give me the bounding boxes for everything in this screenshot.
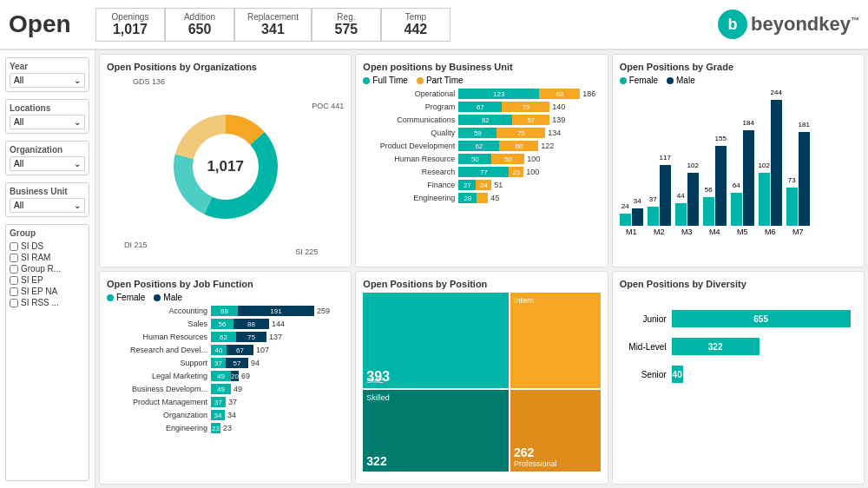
group-checkbox-item[interactable]: SI EP NA <box>10 287 85 296</box>
jf-row-label: Support <box>107 359 211 367</box>
jf-row-label: Legal Marketing <box>107 372 211 380</box>
jf-row-total: 37 <box>228 398 237 406</box>
male-bar <box>660 165 671 226</box>
group-checkbox-item[interactable]: SI DS <box>10 241 85 251</box>
diversity-bar-row: Junior 655 <box>620 310 857 327</box>
male-bar <box>632 208 643 226</box>
stat-box: Openings1,017 <box>95 8 165 42</box>
ft-bar: 62 <box>458 141 499 151</box>
diversity-row-label: Senior <box>620 370 672 379</box>
di-label: DI 215 <box>124 241 148 249</box>
jf-female-bar: 23 <box>211 423 220 433</box>
bu-select[interactable]: All⌄ <box>10 198 85 213</box>
male-label: Male <box>676 76 695 85</box>
sidebar: Year All⌄ Locations All⌄ Organization Al… <box>0 50 95 488</box>
jf-row-label: Organization <box>107 411 211 419</box>
pt-bar: 60 <box>499 141 538 151</box>
female-bar <box>759 173 770 226</box>
diversity-bar: 40 <box>672 366 683 383</box>
jf-bars: Accounting 68 191 259 Sales 56 88 144 Hu… <box>107 306 344 433</box>
bu-chart-card: Open positions by Business Unit Full Tim… <box>355 54 608 267</box>
locations-select[interactable]: All⌄ <box>10 115 85 129</box>
group-checkbox-item[interactable]: SI RSS ... <box>10 298 85 307</box>
jf-row-label: Product Management <box>107 398 211 406</box>
bu-row-label: Human Resource <box>363 155 458 163</box>
jf-female-bar: 56 <box>211 319 233 329</box>
diversity-chart-title: Open Positions by Diversity <box>620 279 857 289</box>
stat-box: Reg.575 <box>312 8 381 42</box>
donut-center: 1,017 <box>207 158 244 175</box>
group-checkbox-item[interactable]: SI RAM <box>10 253 85 262</box>
jf-legend-female: Female <box>107 293 145 302</box>
logo-icon: b <box>718 10 747 39</box>
org-filter[interactable]: Organization All⌄ <box>5 141 89 175</box>
jf-female-bar: 68 <box>211 306 238 316</box>
diversity-chart-card: Open Positions by Diversity Junior 655 M… <box>612 271 865 485</box>
male-bar <box>799 132 810 226</box>
male-bar <box>771 100 782 226</box>
grade-bars: 24 34 M1 37 117 M2 <box>620 89 857 236</box>
jf-row-total: 49 <box>233 385 242 393</box>
jf-male-bar: 88 <box>233 319 269 329</box>
ft-bar: 28 <box>458 193 477 203</box>
jf-male-bar: 20 <box>231 371 239 381</box>
stat-box: Addition650 <box>165 8 234 42</box>
org-select[interactable]: All⌄ <box>10 156 85 171</box>
jf-male-bar: 191 <box>238 306 314 316</box>
group-checkbox-item[interactable]: Group R... <box>10 264 85 274</box>
group-label: Group <box>10 228 85 238</box>
pt-bar: 24 <box>476 180 491 190</box>
ft-bar: 27 <box>458 180 476 190</box>
bu-row-total: 140 <box>552 102 565 111</box>
year-select[interactable]: All⌄ <box>10 73 85 88</box>
bu-row-label: Operational <box>363 89 458 98</box>
donut-segment <box>174 115 225 159</box>
bu-row-total: 100 <box>526 168 539 176</box>
female-bar <box>703 197 714 226</box>
jf-row-label: Business Developm... <box>107 385 211 393</box>
jf-legend: Female Male <box>107 293 344 302</box>
bu-row-total: 51 <box>494 181 503 189</box>
bu-bar-row: Human Resource 50 50 100 <box>363 154 600 164</box>
bu-label: Business Unit <box>10 187 85 196</box>
parttime-dot <box>417 77 424 84</box>
bu-row-label: Communications <box>363 115 458 124</box>
locations-label: Locations <box>10 103 85 113</box>
jf-bar-row: Legal Marketing 49 20 69 <box>107 371 344 381</box>
pt-bar: 63 <box>539 89 580 99</box>
grade-group: 24 34 M1 <box>620 208 643 236</box>
position-chart-card: Open Positions by Position SME 393 Inter… <box>355 271 608 485</box>
locations-filter[interactable]: Locations All⌄ <box>5 99 89 134</box>
jf-female-bar: 49 <box>211 384 231 394</box>
bu-row-label: Finance <box>363 181 458 189</box>
jf-female-dot <box>107 294 114 301</box>
content-grid: Open Positions by Organizations 1,017 GD… <box>95 50 868 488</box>
bu-row-total: 139 <box>552 115 565 124</box>
year-filter[interactable]: Year All⌄ <box>5 57 89 92</box>
bu-filter[interactable]: Business Unit All⌄ <box>5 182 89 217</box>
diversity-bar-row: Senior 40 <box>620 366 857 383</box>
pt-bar <box>477 193 488 203</box>
jf-female-bar: 62 <box>211 332 236 342</box>
diversity-bar: 322 <box>672 338 760 355</box>
female-bar <box>675 203 687 226</box>
jf-male-bar: 75 <box>236 332 266 342</box>
grade-x-label: M1 <box>626 228 637 236</box>
jf-row-label: Research and Devel... <box>107 346 211 354</box>
grade-legend: Female Male <box>620 76 857 85</box>
bu-row-label: Engineering <box>363 194 458 202</box>
jf-row-total: 144 <box>272 320 285 328</box>
group-checkbox-item[interactable]: SI EP <box>10 275 85 285</box>
male-bar <box>687 173 699 226</box>
jf-row-total: 94 <box>251 359 260 367</box>
jf-male-bar: 57 <box>226 358 248 368</box>
bu-row-label: Product Development <box>363 142 458 150</box>
grade-group: 44 102 M3 <box>675 173 699 236</box>
jf-row-label: Accounting <box>107 307 211 315</box>
jf-female-bar: 40 <box>211 345 227 355</box>
page-title: Open <box>9 10 78 38</box>
bu-bar-row: Engineering 28 45 <box>363 193 600 203</box>
jf-row-total: 23 <box>223 424 232 432</box>
female-bar <box>648 207 659 226</box>
org-label: Organization <box>10 145 85 155</box>
